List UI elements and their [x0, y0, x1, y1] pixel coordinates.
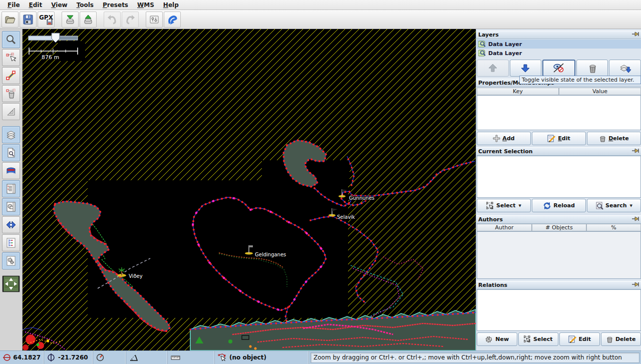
menu-edit[interactable]: Edit: [25, 1, 47, 10]
sticky-pin-icon[interactable]: [632, 32, 639, 38]
preferences-icon: [148, 14, 160, 26]
longitude-field: -21.7260: [44, 351, 93, 364]
tooltip: Toggle visible state of the selected lay…: [519, 76, 641, 84]
layers-panel-title: Layers: [478, 32, 499, 38]
new-relation-icon: [485, 335, 493, 343]
angle-icon: [129, 354, 138, 361]
column-author[interactable]: Author: [477, 224, 532, 231]
new-relation-button[interactable]: New: [477, 332, 517, 346]
select-relation-button[interactable]: Select: [518, 332, 559, 346]
menu-help[interactable]: Help: [159, 1, 183, 10]
edit-relation-button[interactable]: Edit: [559, 332, 600, 346]
layer-name: Data Layer: [488, 50, 522, 57]
authors-panel-header: Authors: [476, 215, 641, 224]
delete-relation-button[interactable]: Delete: [601, 332, 641, 346]
layer-delete-button[interactable]: [576, 60, 608, 77]
help-field: Zoom by dragging or Ctrl+. or Ctrl+,; mo…: [309, 351, 641, 364]
column-objects[interactable]: # Objects: [532, 224, 586, 231]
save-button[interactable]: [20, 12, 37, 28]
authors-table-body[interactable]: [477, 231, 641, 279]
move-tool-button[interactable]: [2, 49, 20, 66]
layer-merge-icon: [619, 63, 631, 74]
command-stack-button[interactable]: [2, 198, 20, 215]
dropdown-caret-icon: ▼: [519, 204, 521, 208]
edit-property-button[interactable]: Edit: [532, 132, 586, 145]
ruler-icon: [171, 354, 181, 360]
layer-row-2[interactable]: Data Layer: [477, 49, 641, 58]
latitude-field: 64.1827: [0, 351, 44, 364]
settings-dialog-icon: [6, 255, 17, 266]
measure-tool-button[interactable]: [2, 103, 20, 120]
sticky-pin-icon[interactable]: [632, 216, 639, 223]
layer-visibility-button[interactable]: [542, 60, 575, 77]
angle-field: [126, 351, 168, 364]
sticky-pin-icon[interactable]: [632, 282, 639, 288]
map-canvas[interactable]: Gunnunes Selavik Geldinganes Viðey 876 m: [23, 29, 476, 350]
menu-tools[interactable]: Tools: [72, 1, 98, 10]
export-gpx-icon: GPX: [39, 13, 54, 26]
distance-field: [168, 351, 215, 364]
select-button[interactable]: Select▼: [477, 199, 531, 212]
layer-up-button[interactable]: [477, 60, 509, 77]
longitude-value: -21.7260: [58, 354, 88, 361]
zoom-tool-button[interactable]: [2, 31, 20, 48]
selection-list[interactable]: [477, 156, 641, 198]
selection-dialog-button[interactable]: [2, 180, 20, 197]
upload-button[interactable]: [80, 12, 97, 28]
layer-down-button[interactable]: [510, 60, 542, 77]
open-button[interactable]: [2, 12, 19, 28]
reload-button[interactable]: Reload: [532, 199, 586, 212]
relations-dialog-button[interactable]: [2, 234, 20, 251]
column-value[interactable]: Value: [559, 88, 641, 95]
selection-panel-title: Current Selection: [478, 148, 533, 155]
data-layer-icon: [478, 41, 486, 48]
help-button[interactable]: [164, 12, 181, 28]
status-bar: 64.1827 -21.7260 (no object) Zoom by dra…: [0, 350, 641, 364]
heading-icon: [96, 353, 105, 362]
relations-panel-header: Relations: [476, 281, 641, 289]
layer-up-icon: [487, 63, 498, 74]
menu-view[interactable]: View: [47, 1, 72, 10]
edit-icon: [568, 335, 577, 343]
delete-tool-button[interactable]: [2, 85, 20, 102]
draw-tool-button[interactable]: [2, 67, 20, 84]
select-cursor-icon: [486, 202, 494, 210]
settings-dialog-button[interactable]: [2, 252, 20, 269]
upload-icon: [82, 14, 94, 26]
menu-presets[interactable]: Presets: [98, 1, 133, 10]
relations-list[interactable]: [477, 289, 641, 331]
add-property-button[interactable]: Add: [477, 132, 531, 145]
menu-file[interactable]: File: [3, 1, 25, 10]
properties-dialog-button[interactable]: [2, 144, 20, 161]
column-percent[interactable]: %: [586, 224, 641, 231]
latitude-value: 64.1827: [13, 354, 41, 361]
selection-dialog-icon: [6, 183, 17, 194]
history-dialog-button[interactable]: [2, 162, 20, 179]
latitude-icon: [3, 353, 11, 362]
preferences-button[interactable]: [146, 12, 163, 28]
map-navigation-icon: [4, 276, 19, 291]
undo-button[interactable]: [104, 12, 121, 28]
download-button[interactable]: [62, 12, 79, 28]
redo-icon: [124, 14, 136, 26]
map-navigation-button[interactable]: [2, 275, 20, 292]
delete-property-button[interactable]: Delete: [587, 132, 641, 145]
help-icon: [166, 14, 178, 26]
data-layer-icon: [478, 50, 486, 57]
layer-name: Data Layer: [488, 41, 522, 48]
search-icon: [595, 202, 603, 210]
column-key[interactable]: Key: [477, 88, 559, 95]
properties-table-body[interactable]: [477, 95, 641, 130]
sticky-pin-icon[interactable]: [632, 148, 639, 155]
download-icon: [64, 14, 76, 26]
menu-wms[interactable]: WMS: [133, 1, 159, 10]
select-cursor-icon: [524, 335, 531, 343]
export-gpx-button[interactable]: GPX: [38, 12, 55, 28]
layers-dialog-button[interactable]: [2, 126, 20, 143]
layer-row-1[interactable]: Data Layer: [477, 40, 641, 49]
redo-button[interactable]: [122, 12, 139, 28]
search-button[interactable]: Search▼: [587, 199, 641, 212]
svg-text:Gunnunes: Gunnunes: [349, 195, 375, 201]
conflict-dialog-button[interactable]: [2, 216, 20, 233]
layer-merge-button[interactable]: [609, 60, 641, 77]
